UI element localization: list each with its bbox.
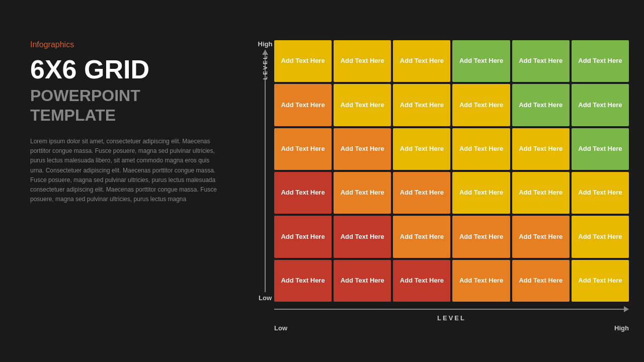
y-axis-arrow: LEVEL [262, 50, 268, 292]
grid-cell-r2-c0[interactable]: Add Text Here [274, 128, 332, 170]
x-axis-arrow-row [274, 306, 629, 312]
x-axis-line [274, 309, 624, 310]
y-axis-low-label: Low [259, 294, 272, 302]
infographics-label: Infographics [30, 40, 231, 49]
grid-cell-r5-c5[interactable]: Add Text Here [572, 260, 629, 302]
x-axis-level-label: LEVEL [274, 314, 629, 322]
grid-cell-r5-c1[interactable]: Add Text Here [334, 260, 391, 302]
grid-cell-r1-c3[interactable]: Add Text Here [452, 84, 510, 126]
grid-cell-r1-c4[interactable]: Add Text Here [512, 84, 570, 126]
x-axis-label-row: LEVEL [274, 314, 629, 322]
grid-cell-r0-c3[interactable]: Add Text Here [452, 40, 510, 82]
title-lines: POWERPOINT TEMPLATE [30, 86, 231, 125]
description-text: Lorem ipsum dolor sit amet, consectetuer… [30, 137, 221, 204]
grid-cell-r5-c4[interactable]: Add Text Here [512, 260, 570, 302]
grid-cell-r0-c2[interactable]: Add Text Here [393, 40, 450, 82]
grid-cell-r5-c2[interactable]: Add Text Here [393, 260, 450, 302]
x-axis-arrowhead [624, 306, 629, 312]
grid-cell-r0-c4[interactable]: Add Text Here [512, 40, 570, 82]
grid-cell-r0-c0[interactable]: Add Text Here [274, 40, 332, 82]
grid-cell-r2-c3[interactable]: Add Text Here [452, 128, 510, 170]
grid-cell-r4-c5[interactable]: Add Text Here [572, 216, 629, 257]
grid-cell-r3-c1[interactable]: Add Text Here [334, 172, 391, 214]
grid-cell-r4-c2[interactable]: Add Text Here [393, 216, 450, 257]
grid-cell-r4-c0[interactable]: Add Text Here [274, 216, 332, 257]
grid-cell-r0-c5[interactable]: Add Text Here [572, 40, 629, 82]
x-axis: LEVEL Low High [274, 304, 629, 332]
grid-cell-r3-c3[interactable]: Add Text Here [452, 172, 510, 214]
left-panel: Infographics 6X6 GRID POWERPOINT TEMPLAT… [30, 40, 231, 204]
grid-cell-r3-c4[interactable]: Add Text Here [512, 172, 570, 214]
x-axis-low-label: Low [274, 324, 287, 332]
grid-cell-r4-c3[interactable]: Add Text Here [452, 216, 510, 257]
grid-cell-r1-c2[interactable]: Add Text Here [393, 84, 450, 126]
x-axis-high-label: High [614, 324, 629, 332]
grid-cell-r1-c0[interactable]: Add Text Here [274, 84, 332, 126]
grid-cell-r3-c2[interactable]: Add Text Here [393, 172, 450, 214]
y-axis-arrowhead [262, 50, 268, 55]
grid-cell-r5-c3[interactable]: Add Text Here [452, 260, 510, 302]
grid: Add Text HereAdd Text HereAdd Text HereA… [274, 40, 629, 302]
grid-cell-r5-c0[interactable]: Add Text Here [274, 260, 332, 302]
grid-cell-r2-c4[interactable]: Add Text Here [512, 128, 570, 170]
title-line1: 6X6 GRID [30, 55, 231, 84]
grid-cell-r2-c1[interactable]: Add Text Here [334, 128, 391, 170]
grid-cell-r3-c5[interactable]: Add Text Here [572, 172, 629, 214]
grid-cell-r1-c1[interactable]: Add Text Here [334, 84, 391, 126]
y-axis-label: LEVEL [262, 54, 268, 79]
grid-cell-r0-c1[interactable]: Add Text Here [334, 40, 391, 82]
right-panel: High LEVEL Low Add Text HereAdd Text Her… [242, 30, 629, 332]
grid-cell-r2-c2[interactable]: Add Text Here [393, 128, 450, 170]
grid-cell-r2-c5[interactable]: Add Text Here [572, 128, 629, 170]
grid-cell-r3-c0[interactable]: Add Text Here [274, 172, 332, 214]
grid-cell-r4-c1[interactable]: Add Text Here [334, 216, 391, 257]
y-axis: High LEVEL Low [258, 40, 273, 302]
y-axis-high-label: High [258, 40, 273, 48]
grid-cell-r4-c4[interactable]: Add Text Here [512, 216, 570, 257]
grid-container: Add Text HereAdd Text HereAdd Text HereA… [274, 40, 629, 302]
grid-cell-r1-c5[interactable]: Add Text Here [572, 84, 629, 126]
